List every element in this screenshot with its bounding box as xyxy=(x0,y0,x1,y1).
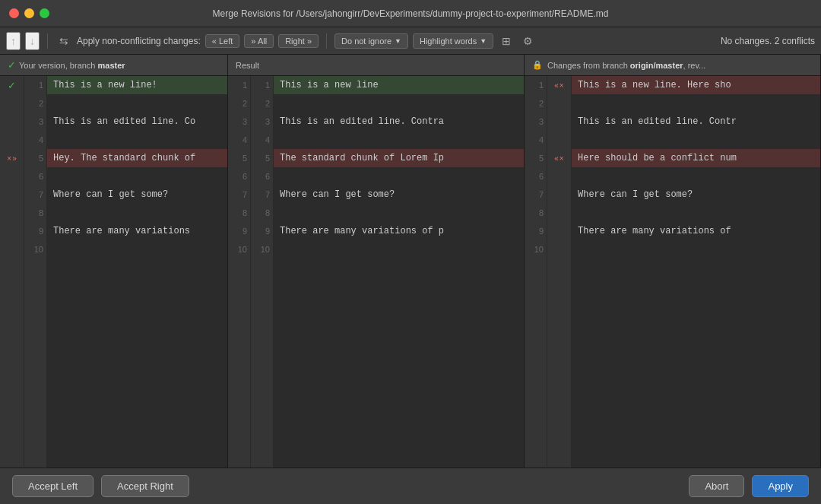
right-panel-title: Changes from branch origin/master, rev..… xyxy=(547,61,705,70)
left-marker-column: ✓ × » xyxy=(0,76,24,468)
right-marker-8 xyxy=(547,204,571,222)
left-code-line-9: There are many variations xyxy=(47,222,227,240)
middle-code-line-9: There are many variations of p xyxy=(274,222,524,240)
left-code-lines: This is a new line! This is an edited li… xyxy=(47,76,227,468)
accept-right-button[interactable]: Accept Right xyxy=(101,475,189,497)
footer: Accept Left Accept Right Abort Apply xyxy=(0,468,821,504)
middle-right-linenum-7: 7 xyxy=(251,185,273,204)
middle-left-linenum-4: 4 xyxy=(228,131,250,149)
columns-icon[interactable]: ⊞ xyxy=(498,33,515,49)
right-panel-header: 🔒 Changes from branch origin/master, rev… xyxy=(525,55,820,76)
left-panel: ✓ Your version, branch master ✓ × » xyxy=(0,55,228,468)
right-code-line-10 xyxy=(572,240,820,258)
left-marker-6 xyxy=(0,167,24,185)
toolbar: ↑ ↓ ⇆ Apply non-conflicting changes: « L… xyxy=(0,27,821,55)
ignore-dropdown[interactable]: Do not ignore ▼ xyxy=(334,33,408,49)
right-button[interactable]: Right » xyxy=(278,34,319,48)
x-icon: × xyxy=(7,154,11,163)
settings-icon[interactable]: ⚙ xyxy=(519,33,537,49)
left-marker-4 xyxy=(0,131,24,149)
window-title: Merge Revisions for /Users/jahongirr/Dev… xyxy=(213,8,609,19)
right-code-line-1: This is a new line. Here sho xyxy=(572,76,820,94)
middle-code-line-5: The standard chunk of Lorem Ip xyxy=(274,149,524,167)
right-marker-3 xyxy=(547,113,571,131)
left-code-line-10 xyxy=(47,240,227,258)
abort-button[interactable]: Abort xyxy=(689,475,744,497)
right-linenum-4: 4 xyxy=(525,131,547,149)
left-marker-3 xyxy=(0,113,24,131)
close-button[interactable] xyxy=(9,8,19,18)
right-linenum-5: 5 xyxy=(525,149,547,167)
left-chevron-icon: « xyxy=(554,154,559,163)
right-marker-5: «× xyxy=(547,149,571,167)
right-code-line-3: This is an edited line. Contr xyxy=(572,113,820,131)
middle-code-line-1: This is a new line xyxy=(274,76,524,94)
right-code-line-6 xyxy=(572,167,820,185)
footer-left-actions: Accept Left Accept Right xyxy=(12,475,189,497)
down-arrow-button[interactable]: ↓ xyxy=(25,32,40,50)
middle-panel-title: Result xyxy=(236,61,259,70)
highlight-dropdown[interactable]: Highlight words ▼ xyxy=(413,33,493,49)
right-marker-7 xyxy=(547,185,571,204)
right-marker-10 xyxy=(547,240,571,258)
left-branch-name: master xyxy=(98,61,125,70)
accept-left-button[interactable]: Accept Left xyxy=(12,475,94,497)
left-linenum-2: 2 xyxy=(24,94,46,113)
left-linenum-7: 7 xyxy=(24,185,46,204)
right-code-area: 1 2 3 4 5 6 7 8 9 10 «× «× xyxy=(525,76,820,468)
middle-right-linenum-2: 2 xyxy=(251,94,273,113)
left-panel-header: ✓ Your version, branch master xyxy=(0,55,227,76)
left-marker-5: × » xyxy=(0,149,24,167)
left-panel-body: ✓ × » 1 2 3 4 5 xyxy=(0,76,227,468)
right-line-numbers: 1 2 3 4 5 6 7 8 9 10 xyxy=(525,76,547,468)
right-marker-1: «× xyxy=(547,76,571,94)
left-code-line-3: This is an edited line. Co xyxy=(47,113,227,131)
middle-right-linenum-1: 1 xyxy=(251,76,273,94)
right-code-line-9: There are many variations of xyxy=(572,222,820,240)
left-marker-1: ✓ xyxy=(0,76,24,94)
check-icon: ✓ xyxy=(8,80,16,91)
middle-left-linenum-2: 2 xyxy=(228,94,250,113)
left-code-line-2 xyxy=(47,94,227,113)
left-button[interactable]: « Left xyxy=(205,34,240,48)
right-linenum-7: 7 xyxy=(525,185,547,204)
middle-panel: Result 1 2 3 4 5 6 7 8 9 10 xyxy=(228,55,525,468)
checkmark-icon: ✓ xyxy=(8,59,16,71)
left-linenum-6: 6 xyxy=(24,167,46,185)
right-code-line-7: Where can I get some? xyxy=(572,185,820,204)
apply-button[interactable]: Apply xyxy=(752,475,809,497)
lock-icon: 🔒 xyxy=(532,60,543,70)
right-branch-name: origin/master xyxy=(630,61,683,70)
middle-left-linenum-6: 6 xyxy=(228,167,250,185)
right-code-line-8 xyxy=(572,204,820,222)
up-arrow-button[interactable]: ↑ xyxy=(6,32,21,50)
middle-code-line-3: This is an edited line. Contra xyxy=(274,113,524,131)
left-linenum-9: 9 xyxy=(24,222,46,240)
right-code-line-5: Here should be a conflict num xyxy=(572,149,820,167)
right-code-lines: This is a new line. Here sho This is an … xyxy=(572,76,820,468)
left-code-line-5: Hey. The standard chunk of xyxy=(47,149,227,167)
middle-left-linenum-10: 10 xyxy=(228,240,250,258)
chevron-down-icon: ▼ xyxy=(395,37,401,45)
middle-right-linenum-4: 4 xyxy=(251,131,273,149)
status-text: No changes. 2 conflicts xyxy=(721,36,815,46)
apply-label: Apply non-conflicting changes: xyxy=(77,36,201,46)
left-linenum-3: 3 xyxy=(24,113,46,131)
minimize-button[interactable] xyxy=(24,8,34,18)
right-linenum-3: 3 xyxy=(525,113,547,131)
left-marker-2 xyxy=(0,94,24,113)
middle-code-line-6 xyxy=(274,167,524,185)
maximize-button[interactable] xyxy=(40,8,49,18)
right-panel-body: 1 2 3 4 5 6 7 8 9 10 «× «× xyxy=(525,76,820,468)
x-icon: × xyxy=(559,81,564,90)
titlebar: Merge Revisions for /Users/jahongirr/Dev… xyxy=(0,0,821,27)
middle-left-linenum-9: 9 xyxy=(228,222,250,240)
all-button[interactable]: » All xyxy=(244,34,274,48)
left-code-line-7: Where can I get some? xyxy=(47,185,227,204)
middle-right-line-numbers: 1 2 3 4 5 6 7 8 9 10 xyxy=(251,76,274,468)
middle-code-line-7: Where can I get some? xyxy=(274,185,524,204)
chevron-icon: » xyxy=(12,154,17,163)
left-marker-10 xyxy=(0,240,24,258)
left-marker-7 xyxy=(0,185,24,204)
right-code-line-2 xyxy=(572,94,820,113)
